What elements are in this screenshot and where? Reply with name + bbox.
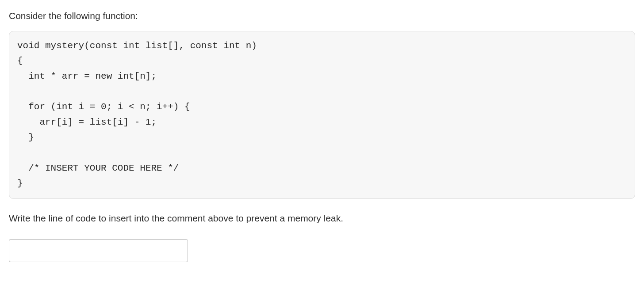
question-intro: Consider the following function: (9, 9, 635, 23)
question-prompt: Write the line of code to insert into th… (9, 211, 635, 225)
answer-input[interactable] (9, 239, 188, 262)
code-block: void mystery(const int list[], const int… (9, 31, 635, 199)
